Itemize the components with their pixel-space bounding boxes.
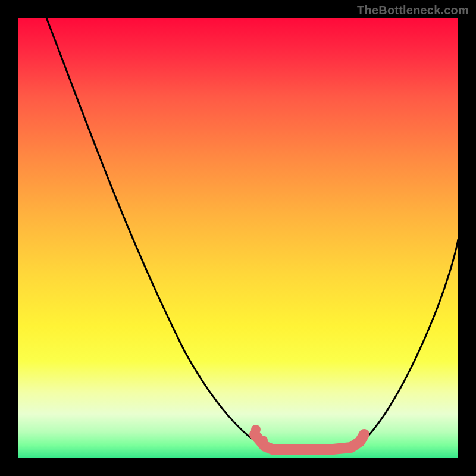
valley-highlight <box>255 434 364 450</box>
left-curve <box>46 18 265 446</box>
curve-overlay <box>18 18 458 458</box>
chart-container: TheBottleneck.com <box>0 0 476 476</box>
right-curve <box>357 239 458 446</box>
marker-dot-1 <box>251 425 261 434</box>
watermark-text: TheBottleneck.com <box>357 4 469 17</box>
plot-area <box>18 18 458 458</box>
marker-dot-2 <box>258 436 268 445</box>
